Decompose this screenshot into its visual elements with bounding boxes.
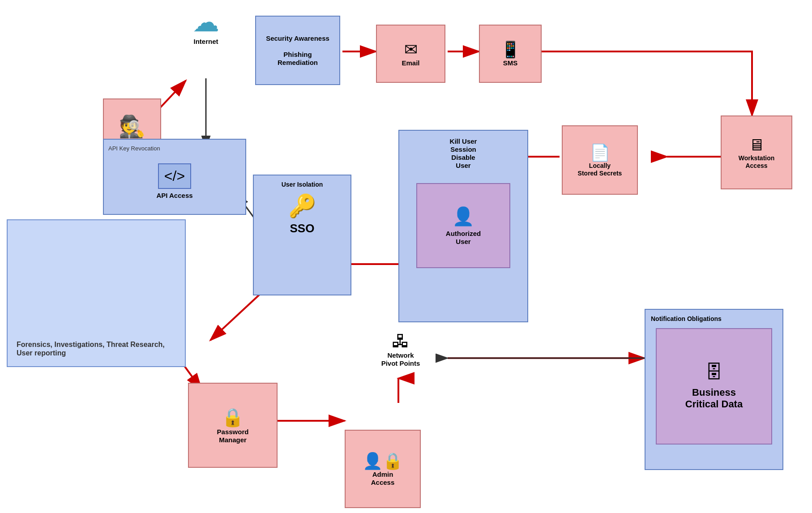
internet-icon: ☁ — [192, 9, 219, 36]
kill-session-container: Kill User Session Disable User 👤 Authori… — [398, 130, 528, 322]
network-pivot-node: 🖧 Network Pivot Points — [358, 331, 443, 368]
password-manager-label: Password Manager — [217, 428, 249, 444]
api-key-label: API Key Revocation — [108, 145, 160, 152]
password-manager-node: 🔒 Password Manager — [188, 383, 278, 468]
email-node: ✉ Email — [376, 25, 445, 83]
locally-stored-icon: 📄 — [590, 143, 610, 162]
business-critical-label: Business Critical Data — [685, 387, 743, 410]
email-icon: ✉ — [404, 40, 418, 59]
user-isolation-label: User Isolation — [282, 181, 323, 188]
sso-key-icon: 🔑 — [288, 193, 316, 219]
email-label: Email — [402, 59, 419, 67]
locally-stored-label: Locally Stored Secrets — [578, 162, 622, 177]
sms-label: SMS — [503, 59, 518, 67]
business-critical-icon: 🗄 — [705, 362, 723, 382]
sms-node: 📱 SMS — [479, 25, 542, 83]
sms-icon: 📱 — [500, 40, 521, 59]
network-pivot-icon: 🖧 — [392, 331, 410, 351]
authorized-user-icon: 👤 — [452, 206, 474, 227]
authorized-user-node: 👤 Authorized User — [416, 183, 510, 268]
forensics-label: Forensics, Investigations, Threat Resear… — [17, 340, 165, 357]
forensics-node: Forensics, Investigations, Threat Resear… — [7, 219, 186, 367]
workstation-label: Workstation Access — [739, 154, 775, 170]
business-critical-node: 🗄 Business Critical Data — [656, 328, 772, 445]
admin-access-node: 👤🔒 Admin Access — [345, 430, 421, 508]
network-pivot-label: Network Pivot Points — [381, 351, 420, 368]
password-manager-icon: 🔒 — [222, 407, 244, 428]
notification-label: Notification Obligations — [651, 315, 722, 323]
internet-label: Internet — [193, 38, 218, 46]
admin-access-icon: 👤🔒 — [363, 452, 403, 470]
api-access-label: API Access — [156, 192, 192, 200]
api-access-node: API Key Revocation </> API Access — [103, 139, 246, 215]
admin-access-label: Admin Access — [371, 470, 395, 487]
diagram-container: ☁ Internet 🕵 API Key Revocation </> API … — [0, 0, 812, 513]
workstation-access-node: 🖥 Workstation Access — [721, 115, 792, 189]
authorized-user-label: Authorized User — [446, 230, 481, 246]
workstation-icon: 🖥 — [748, 136, 765, 154]
security-awareness-label: Security Awareness Phishing Remediation — [266, 34, 329, 67]
internet-node: ☁ Internet — [166, 9, 246, 46]
kill-session-label: Kill User Session Disable User — [450, 137, 477, 170]
locally-stored-node: 📄 Locally Stored Secrets — [562, 125, 638, 195]
hacker-icon: 🕵 — [119, 116, 145, 137]
security-awareness-node: Security Awareness Phishing Remediation — [255, 16, 340, 85]
business-critical-container: Notification Obligations 🗄 Business Crit… — [645, 309, 783, 470]
sso-node: User Isolation 🔑 SSO — [253, 175, 351, 295]
api-code-icon: </> — [158, 163, 191, 189]
sso-label: SSO — [290, 222, 315, 235]
